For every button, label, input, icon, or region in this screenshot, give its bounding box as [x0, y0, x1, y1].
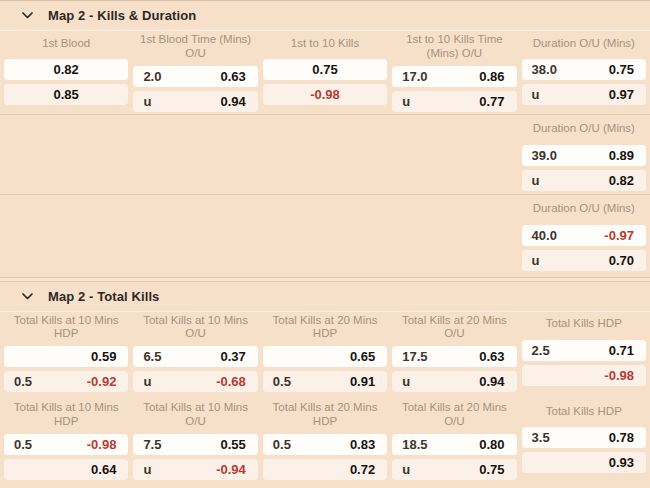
line-value: 18.5 [402, 437, 427, 452]
odds-cell[interactable]: 18.50.80 [392, 434, 516, 455]
line-value: 6.5 [143, 349, 161, 364]
odds-cell[interactable]: u0.70 [522, 250, 646, 271]
odds-value: 0.63 [220, 69, 245, 84]
odds-cell[interactable]: 0.82 [4, 59, 128, 80]
kills-duration-markets: 1st Blood0.820.851st Blood Time (Mins) O… [0, 31, 650, 112]
section-header-total-kills[interactable]: Map 2 - Total Kills [0, 282, 650, 312]
odds-cell[interactable]: -0.98 [263, 84, 387, 105]
odds-cell[interactable]: 6.50.37 [133, 346, 257, 367]
odds-cell[interactable]: 2.50.71 [522, 340, 646, 361]
odds-panel: Map 2 - Kills & Duration 1st Blood0.820.… [0, 1, 650, 488]
odds-cell[interactable]: 0.64 [4, 459, 128, 480]
odds-cell[interactable]: 0.65 [263, 346, 387, 367]
odds-cell[interactable]: 0.5-0.98 [4, 434, 128, 455]
odds-cell[interactable]: 39.00.89 [522, 145, 646, 166]
odds-value: 0.71 [609, 343, 634, 358]
odds-cell[interactable]: 17.00.86 [392, 66, 516, 87]
odds-cell[interactable]: 0.72 [263, 459, 387, 480]
odds-value: 0.59 [91, 349, 116, 364]
line-value: u [402, 374, 410, 389]
odds-cell[interactable]: 0.75 [263, 59, 387, 80]
line-value: 7.5 [143, 437, 161, 452]
line-value: 38.0 [532, 62, 557, 77]
odds-cell[interactable]: u-0.68 [133, 371, 257, 392]
odds-value: -0.98 [310, 87, 340, 102]
odds-cell[interactable]: 0.50.91 [263, 371, 387, 392]
odds-value: -0.97 [604, 228, 634, 243]
odds-value: 0.85 [54, 87, 79, 102]
odds-cell[interactable]: 2.00.63 [133, 66, 257, 87]
odds-value: -0.98 [87, 437, 117, 452]
odds-value: 0.75 [609, 62, 634, 77]
odds-value: 0.78 [609, 430, 634, 445]
divider [0, 194, 650, 195]
odds-cell[interactable]: 7.50.55 [133, 434, 257, 455]
odds-cell[interactable]: 0.93 [522, 452, 646, 473]
odds-cell[interactable]: u0.77 [392, 91, 516, 112]
odds-value: 0.75 [479, 462, 504, 477]
odds-cell[interactable]: 17.50.63 [392, 346, 516, 367]
odds-value: 0.70 [609, 253, 634, 268]
line-value: u [532, 253, 540, 268]
market-column: Total Kills at 20 Mins HDP0.50.830.72 [263, 399, 387, 480]
line-value: u [143, 374, 151, 389]
duration-extra-block-2: Duration O/U (Mins)40.0-0.97u0.70 [0, 197, 650, 271]
line-value: 2.5 [532, 343, 550, 358]
market-column: Total Kills at 10 Mins HDP0.590.5-0.92 [4, 312, 128, 393]
odds-value: 0.93 [609, 455, 634, 470]
odds-value: 0.72 [350, 462, 375, 477]
market-column: Total Kills at 10 Mins HDP0.5-0.980.64 [4, 399, 128, 480]
market-column: Duration O/U (Mins)40.0-0.97u0.70 [522, 197, 646, 271]
market-column: 1st to 10 Kills Time (Mins) O/U17.00.86u… [392, 31, 516, 112]
odds-value: 0.97 [609, 87, 634, 102]
market-header: Total Kills HDP [522, 399, 646, 423]
odds-cell[interactable]: u0.82 [522, 170, 646, 191]
duration-extra-block-1: Duration O/U (Mins)39.00.89u0.82 [0, 117, 650, 191]
market-header: Duration O/U (Mins) [522, 197, 646, 221]
market-header: Duration O/U (Mins) [522, 31, 646, 55]
line-value: 0.5 [273, 437, 291, 452]
odds-value: 0.82 [609, 173, 634, 188]
odds-value: 0.86 [479, 69, 504, 84]
market-column: Total Kills HDP3.50.780.93 [522, 399, 646, 480]
market-column: Duration O/U (Mins)38.00.75u0.97 [522, 31, 646, 112]
market-header: 1st to 10 Kills [263, 31, 387, 55]
odds-cell[interactable]: 0.59 [4, 346, 128, 367]
odds-cell[interactable]: 38.00.75 [522, 59, 646, 80]
odds-value: 0.82 [54, 62, 79, 77]
market-column: Total Kills at 10 Mins O/U7.50.55u-0.94 [133, 399, 257, 480]
odds-value: 0.77 [479, 94, 504, 109]
market-header: Total Kills at 10 Mins HDP [4, 312, 128, 343]
market-column: Total Kills at 20 Mins O/U17.50.63u0.94 [392, 312, 516, 393]
odds-cell[interactable]: u0.75 [392, 459, 516, 480]
line-value: 17.5 [402, 349, 427, 364]
odds-cell[interactable]: u0.94 [392, 371, 516, 392]
market-header: Total Kills at 10 Mins O/U [133, 312, 257, 343]
total-kills-blocks: Total Kills at 10 Mins HDP0.590.5-0.92To… [0, 312, 650, 488]
odds-cell[interactable]: 3.50.78 [522, 427, 646, 448]
line-value: 40.0 [532, 228, 557, 243]
odds-cell[interactable]: 0.5-0.92 [4, 371, 128, 392]
odds-cell[interactable]: u-0.94 [133, 459, 257, 480]
market-column: Total Kills HDP2.50.71-0.98 [522, 312, 646, 393]
market-header: Duration O/U (Mins) [522, 117, 646, 141]
chevron-down-icon [22, 12, 33, 19]
odds-cell[interactable]: u0.97 [522, 84, 646, 105]
market-header: Total Kills at 20 Mins HDP [263, 399, 387, 430]
odds-cell[interactable]: 0.85 [4, 84, 128, 105]
line-value: u [532, 87, 540, 102]
odds-value: 0.75 [312, 62, 337, 77]
odds-cell[interactable]: 40.0-0.97 [522, 225, 646, 246]
market-header: Total Kills HDP [522, 312, 646, 336]
odds-value: -0.68 [216, 374, 246, 389]
odds-cell[interactable]: u0.94 [133, 91, 257, 112]
section-kills-duration: Map 2 - Kills & Duration 1st Blood0.820.… [0, 1, 650, 274]
line-value: u [143, 94, 151, 109]
odds-cell[interactable]: 0.50.83 [263, 434, 387, 455]
odds-cell[interactable]: -0.98 [522, 365, 646, 386]
odds-value: 0.64 [91, 462, 116, 477]
market-header: Total Kills at 10 Mins HDP [4, 399, 128, 430]
odds-value: 0.80 [479, 437, 504, 452]
chevron-down-icon [22, 293, 33, 300]
section-header-kills-duration[interactable]: Map 2 - Kills & Duration [0, 1, 650, 31]
